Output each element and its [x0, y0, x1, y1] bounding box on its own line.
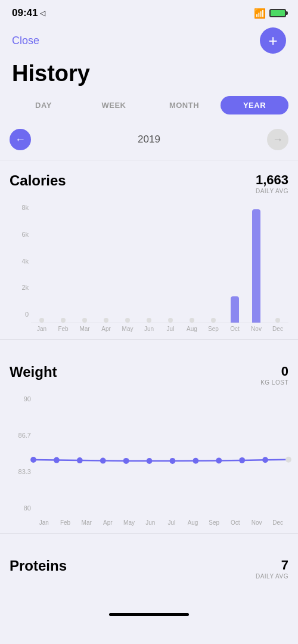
weight-dot-5 — [147, 458, 153, 464]
bar-col-mar — [74, 204, 95, 323]
status-icons: 📶 — [254, 8, 286, 19]
bar-col-oct — [224, 204, 246, 323]
bar-col-apr — [95, 204, 117, 323]
bar-aug — [190, 318, 194, 323]
bar-jul — [168, 318, 173, 323]
bar-nov — [252, 209, 260, 323]
y-label-86: 86.7 — [10, 432, 31, 439]
weight-x-label-aug: Aug — [182, 519, 204, 526]
calories-bars — [31, 204, 288, 323]
weight-line — [33, 460, 288, 461]
home-indicator — [109, 613, 189, 616]
calories-section: Calories 1,663 DAILY AVG 0 2k 4k 6k 8k J… — [0, 160, 298, 339]
weight-dot-2 — [77, 457, 83, 463]
x-label-feb: Feb — [52, 326, 74, 332]
weight-x-label-nov: Nov — [246, 519, 268, 526]
calories-x-labels: JanFebMarAprMayJunJulAugSepOctNovDec — [31, 326, 288, 332]
bar-col-jul — [160, 204, 181, 323]
x-label-jul: Jul — [160, 326, 181, 332]
bar-apr — [104, 318, 108, 323]
bar-may — [125, 318, 130, 323]
x-label-jun: Jun — [138, 326, 160, 332]
location-icon: ◁ — [40, 9, 45, 17]
tab-month[interactable]: MONTH — [150, 96, 218, 114]
bar-col-may — [117, 204, 138, 323]
x-label-apr: Apr — [95, 326, 117, 332]
wifi-icon: 📶 — [254, 8, 266, 19]
weight-y-labels: 80 83.3 86.7 90 — [10, 395, 31, 512]
weight-dot-10 — [262, 457, 268, 463]
weight-section: Weight 0 KG LOST 80 83.3 86.7 90 JanFebM… — [0, 352, 298, 533]
y-label-2k: 2k — [10, 284, 29, 291]
period-tabs: DAY WEEK MONTH YEAR — [0, 96, 298, 124]
x-label-nov: Nov — [246, 326, 267, 332]
tab-week[interactable]: WEEK — [80, 96, 148, 114]
weight-x-label-sep: Sep — [203, 519, 225, 526]
weight-dot-3 — [100, 458, 106, 464]
weight-stat: 0 KG LOST — [260, 364, 288, 386]
weight-x-label-jun: Jun — [139, 519, 161, 526]
year-nav: ← 2019 → — [0, 124, 298, 160]
weight-dot-4 — [123, 458, 129, 464]
calories-stat: 1,663 DAILY AVG — [256, 172, 288, 194]
weight-x-label-oct: Oct — [225, 519, 246, 526]
x-label-oct: Oct — [224, 326, 246, 332]
bar-col-sep — [203, 204, 224, 323]
add-button[interactable]: + — [260, 27, 286, 54]
weight-label: KG LOST — [260, 379, 288, 386]
tab-day[interactable]: DAY — [10, 96, 77, 114]
weight-x-label-may: May — [119, 519, 140, 526]
bar-col-jan — [31, 204, 52, 323]
calories-chart: 0 2k 4k 6k 8k JanFebMarAprMayJunJulAugSe… — [10, 204, 288, 332]
status-time: 09:41 — [12, 7, 38, 19]
bar-oct — [231, 296, 239, 323]
x-label-sep: Sep — [203, 326, 224, 332]
weight-dot-0 — [30, 457, 36, 463]
y-label-4k: 4k — [10, 258, 29, 265]
weight-dot-7 — [193, 458, 199, 464]
bar-sep — [211, 318, 216, 323]
weight-dot-11 — [285, 457, 291, 463]
status-bar: 09:41 ◁ 📶 — [0, 0, 298, 23]
bar-col-jun — [138, 204, 160, 323]
tab-year[interactable]: YEAR — [221, 96, 288, 114]
proteins-section: Proteins 7 DAILY AVG — [0, 546, 298, 607]
weight-x-label-apr: Apr — [97, 519, 119, 526]
page-title: History — [0, 58, 298, 96]
next-year-button[interactable]: → — [267, 129, 288, 150]
x-label-mar: Mar — [74, 326, 95, 332]
weight-title: Weight — [10, 364, 57, 380]
close-button[interactable]: Close — [12, 35, 39, 47]
bar-mar — [82, 318, 87, 323]
battery-icon — [269, 9, 286, 17]
weight-chart: 80 83.3 86.7 90 JanFebMarAprMayJunJulAug… — [10, 395, 288, 526]
x-label-may: May — [117, 326, 138, 332]
weight-dot-1 — [54, 457, 60, 463]
bar-col-dec — [267, 204, 288, 323]
x-label-dec: Dec — [267, 326, 288, 332]
proteins-stat: 7 DAILY AVG — [256, 558, 288, 580]
weight-line-svg — [33, 395, 288, 515]
year-label: 2019 — [138, 134, 160, 145]
weight-line-area: JanFebMarAprMayJunJulAugSepOctNovDec — [33, 395, 288, 526]
prev-year-button[interactable]: ← — [10, 129, 31, 150]
weight-x-label-jan: Jan — [33, 519, 55, 526]
bar-col-feb — [52, 204, 74, 323]
proteins-label: DAILY AVG — [256, 573, 288, 580]
weight-value: 0 — [260, 364, 288, 379]
proteins-header: Proteins 7 DAILY AVG — [10, 558, 288, 580]
bar-col-aug — [181, 204, 203, 323]
weight-x-label-mar: Mar — [76, 519, 97, 526]
bar-dec — [275, 318, 280, 323]
calories-label: DAILY AVG — [256, 188, 288, 194]
calories-bar-area: JanFebMarAprMayJunJulAugSepOctNovDec — [31, 204, 288, 332]
y-label-80: 80 — [10, 504, 31, 512]
calories-header: Calories 1,663 DAILY AVG — [10, 172, 288, 194]
y-label-0: 0 — [10, 311, 29, 318]
y-label-6k: 6k — [10, 231, 29, 238]
bar-feb — [61, 318, 66, 323]
weight-dot-8 — [216, 457, 222, 463]
weight-x-label-feb: Feb — [55, 519, 76, 526]
x-label-aug: Aug — [181, 326, 203, 332]
bar-jan — [39, 318, 44, 323]
